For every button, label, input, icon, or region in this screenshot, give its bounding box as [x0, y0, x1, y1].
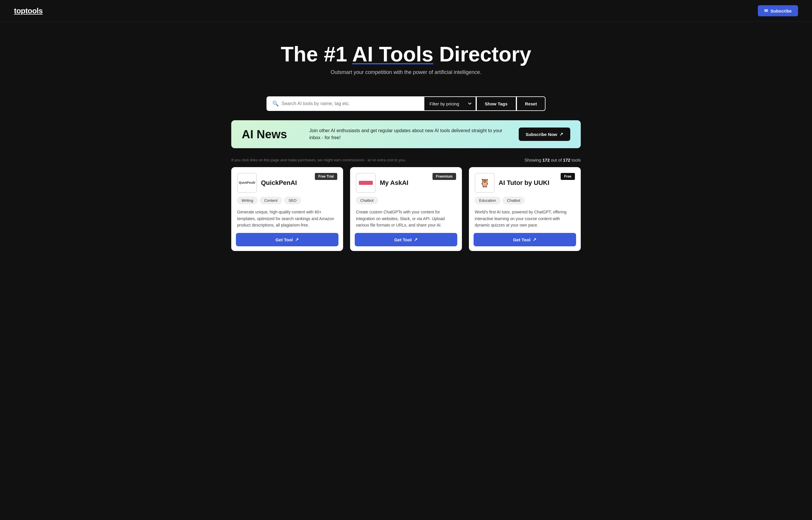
- logo[interactable]: toptools: [14, 6, 43, 16]
- pricing-badge: Free: [561, 173, 575, 180]
- results-meta: If you click links on this page and make…: [231, 154, 581, 167]
- search-icon: 🔍: [272, 100, 279, 107]
- card-header: My AskAI Freemium: [350, 167, 462, 193]
- hero-subtitle: Outsmart your competition with the power…: [6, 69, 806, 75]
- card-logo: QuickPenAI: [237, 173, 257, 193]
- navbar: toptools ✉ Subscribe: [0, 0, 812, 22]
- card-header: QuickPenAI QuickPenAI Free Trial: [231, 167, 343, 193]
- mail-icon: ✉: [764, 8, 768, 14]
- cards-grid: QuickPenAI QuickPenAI Free Trial Writing…: [231, 167, 581, 265]
- tag-seo[interactable]: SEO: [284, 197, 301, 204]
- card-name: My AskAI: [380, 179, 408, 187]
- search-bar-container: 🔍 Filter by pricing Free Freemium Free T…: [231, 89, 581, 120]
- card-name: QuickPenAI: [261, 179, 297, 187]
- external-link-icon: ↗: [414, 237, 417, 242]
- reset-button[interactable]: Reset: [516, 96, 546, 111]
- show-tags-button[interactable]: Show Tags: [476, 96, 516, 111]
- pricing-badge: Free Trial: [315, 173, 337, 180]
- card-name: AI Tutor by UUKI: [499, 179, 549, 187]
- card-tags: Education Chatbot: [469, 193, 581, 207]
- external-link-icon: ↗: [559, 132, 563, 137]
- card-myaskai: My AskAI Freemium Chatbot Create custom …: [350, 167, 462, 251]
- banner-text: Join other AI enthusiasts and get regula…: [309, 127, 509, 141]
- external-link-icon: ↗: [295, 237, 299, 242]
- get-tool-button[interactable]: Get Tool ↗: [236, 233, 338, 246]
- card-logo: 🦉: [475, 173, 494, 193]
- card-logo: [356, 173, 376, 193]
- get-tool-button[interactable]: Get Tool ↗: [355, 233, 457, 246]
- card-logo-name: My AskAI: [356, 173, 408, 193]
- hero-title: The #1 AI Tools Directory: [6, 43, 806, 66]
- card-description: Create custom ChatGPTs with your content…: [350, 207, 462, 233]
- search-input[interactable]: [282, 97, 418, 110]
- card-tags: Writing Content SEO: [231, 193, 343, 207]
- search-input-wrapper: 🔍: [267, 96, 424, 111]
- card-description: Generate unique, high-quality content wi…: [231, 207, 343, 233]
- get-tool-button[interactable]: Get Tool ↗: [474, 233, 576, 246]
- tag-education[interactable]: Education: [475, 197, 500, 204]
- tag-writing[interactable]: Writing: [237, 197, 257, 204]
- pricing-badge: Freemium: [432, 173, 456, 180]
- subscribe-button[interactable]: ✉ Subscribe: [758, 5, 798, 16]
- external-link-icon: ↗: [533, 237, 536, 242]
- ai-news-banner: AI News Join other AI enthusiasts and ge…: [231, 120, 581, 148]
- card-header: 🦉 AI Tutor by UUKI Free: [469, 167, 581, 193]
- banner-title: AI News: [242, 128, 300, 141]
- card-description: World's first AI tutor, powered by ChatG…: [469, 207, 581, 233]
- card-aitutor: 🦉 AI Tutor by UUKI Free Education Chatbo…: [469, 167, 581, 251]
- card-tags: Chatbot: [350, 193, 462, 207]
- tag-chatbot[interactable]: Chatbot: [503, 197, 525, 204]
- tag-chatbot[interactable]: Chatbot: [356, 197, 378, 204]
- card-logo-name: QuickPenAI QuickPenAI: [237, 173, 297, 193]
- card-quickpenai: QuickPenAI QuickPenAI Free Trial Writing…: [231, 167, 343, 251]
- hero-section: The #1 AI Tools Directory Outsmart your …: [0, 22, 812, 89]
- showing-count: Showing 172 out of 172 tools: [524, 157, 581, 162]
- subscribe-now-button[interactable]: Subscribe Now ↗: [519, 128, 570, 141]
- pricing-filter-select[interactable]: Filter by pricing Free Freemium Free Tri…: [424, 96, 476, 111]
- affiliate-notice: If you click links on this page and make…: [231, 158, 406, 162]
- tag-content[interactable]: Content: [260, 197, 282, 204]
- card-logo-name: 🦉 AI Tutor by UUKI: [475, 173, 549, 193]
